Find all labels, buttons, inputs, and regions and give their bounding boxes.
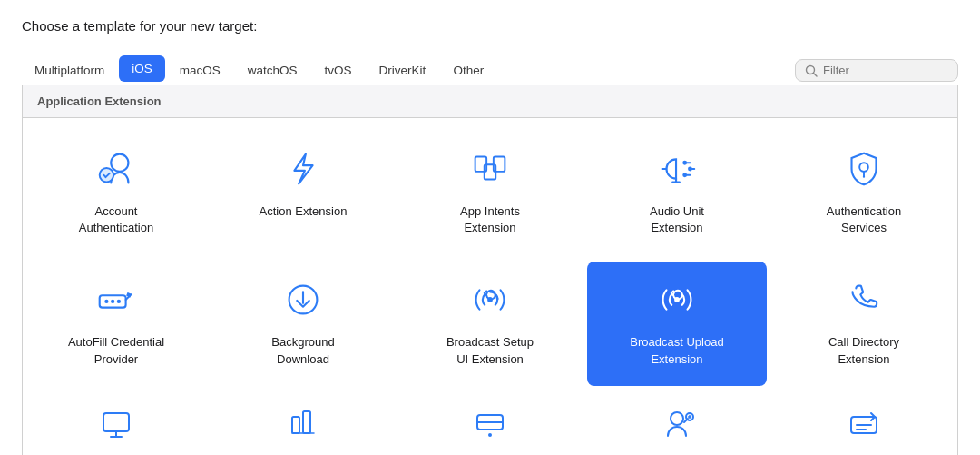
call-directory-label: Call Directory Extension <box>828 334 899 367</box>
broadcast-upload-label: Broadcast Upload Extension <box>630 334 723 367</box>
svg-point-18 <box>104 300 108 303</box>
main-grid: Account Authentication Action Extension … <box>23 118 957 390</box>
audio-unit-label: Audio Unit Extension <box>650 203 704 236</box>
svg-rect-24 <box>103 413 129 431</box>
partial-item-3[interactable] <box>587 393 767 455</box>
partial-5-icon <box>844 402 884 446</box>
tab-watchos[interactable]: watchOS <box>235 57 310 84</box>
bg-download-label: Background Download <box>271 334 334 367</box>
partial-4-icon <box>657 402 697 446</box>
action-ext-label: Action Extension <box>260 203 348 220</box>
svg-point-32 <box>488 433 492 437</box>
app-intents-icon <box>466 145 514 193</box>
grid-item-action-ext[interactable]: Action Extension <box>213 131 393 254</box>
partial-grid <box>23 390 957 455</box>
grid-item-broadcast-setup[interactable]: Broadcast Setup UI Extension <box>400 262 580 385</box>
grid-item-autofill[interactable]: AutoFill Credential Provider <box>26 262 206 385</box>
call-directory-icon <box>840 276 887 323</box>
svg-rect-27 <box>292 417 299 433</box>
svg-rect-28 <box>303 411 310 433</box>
autofill-icon <box>93 276 140 323</box>
filter-wrapper <box>795 59 958 82</box>
section-container: Application Extension Account Authentica… <box>22 85 958 455</box>
tab-macos[interactable]: macOS <box>167 57 233 84</box>
app-intents-label: App Intents Extension <box>460 203 520 236</box>
tab-ios[interactable]: iOS <box>119 55 165 82</box>
tabs-bar: MultiplatformiOSmacOSwatchOStvOSDriverKi… <box>22 48 958 85</box>
grid-item-auth-services[interactable]: Authentication Services <box>774 131 954 254</box>
audio-unit-icon <box>653 145 701 193</box>
broadcast-setup-icon <box>466 276 514 323</box>
section-header: Application Extension <box>23 85 957 118</box>
account-auth-label: Account Authentication <box>79 203 153 236</box>
tab-driverkit[interactable]: DriverKit <box>367 57 439 84</box>
svg-point-33 <box>671 412 683 425</box>
autofill-label: AutoFill Credential Provider <box>68 334 164 367</box>
partial-item-4[interactable] <box>774 393 954 455</box>
svg-line-1 <box>814 73 818 76</box>
broadcast-setup-label: Broadcast Setup UI Extension <box>446 334 534 367</box>
svg-point-19 <box>111 300 114 303</box>
partial-item-1[interactable] <box>213 393 393 455</box>
broadcast-upload-icon <box>653 276 701 323</box>
auth-services-icon <box>840 145 887 193</box>
action-ext-icon <box>279 145 327 193</box>
partial-item-0[interactable] <box>26 393 206 455</box>
grid-item-account-auth[interactable]: Account Authentication <box>26 131 206 254</box>
partial-2-icon <box>283 402 323 446</box>
partial-3-icon <box>470 402 510 446</box>
tab-tvos[interactable]: tvOS <box>312 57 365 84</box>
filter-input[interactable] <box>823 64 948 77</box>
grid-item-audio-unit[interactable]: Audio Unit Extension <box>587 131 767 254</box>
grid-item-bg-download[interactable]: Background Download <box>213 262 393 385</box>
svg-point-15 <box>859 163 868 172</box>
grid-item-broadcast-upload[interactable]: Broadcast Upload Extension <box>587 262 767 385</box>
auth-services-label: Authentication Services <box>827 203 901 236</box>
filter-input-wrap[interactable] <box>795 59 958 82</box>
filter-icon <box>805 64 818 77</box>
grid-item-app-intents[interactable]: App Intents Extension <box>400 131 580 254</box>
grid-item-call-directory[interactable]: Call Directory Extension <box>774 262 954 385</box>
tab-other[interactable]: Other <box>440 57 496 84</box>
partial-1-icon <box>96 402 136 446</box>
svg-point-16 <box>863 176 865 178</box>
page-heading: Choose a template for your new target: <box>22 18 958 34</box>
partial-item-2[interactable] <box>400 393 580 455</box>
svg-point-20 <box>117 300 121 303</box>
bg-download-icon <box>279 276 327 323</box>
tab-multiplatform[interactable]: Multiplatform <box>22 57 117 84</box>
account-auth-icon <box>93 145 140 193</box>
svg-point-2 <box>111 154 128 172</box>
